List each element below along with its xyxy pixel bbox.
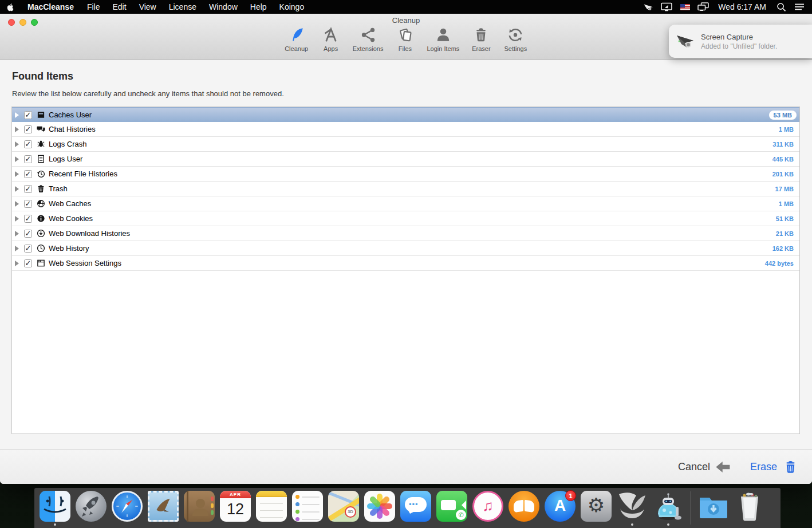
disclosure-triangle-icon[interactable] <box>15 141 19 147</box>
menu-item-license[interactable]: License <box>163 2 203 11</box>
toolbar-label: Login Items <box>427 45 459 52</box>
toolbar-item-settings[interactable]: Settings <box>503 26 528 52</box>
dock-item-calendar[interactable]: APR 12 <box>219 490 251 526</box>
item-size: 442 bytes <box>765 260 794 267</box>
toolbar-icon <box>507 26 524 44</box>
gear-icon: ⚙ <box>581 491 612 522</box>
app-menu-title[interactable]: MacCleanse <box>21 2 81 11</box>
dock-item-downloads-folder[interactable] <box>697 490 730 526</box>
item-checkbox[interactable]: ✓ <box>24 140 32 148</box>
item-size: 51 KB <box>776 215 794 222</box>
zoom-button[interactable] <box>31 19 38 26</box>
notification-title: Screen Capture <box>701 33 777 41</box>
notification-banner[interactable]: Screen Capture Added to "Unfiled" folder… <box>669 25 812 58</box>
menu-bar: MacCleanse FileEditViewLicenseWindowHelp… <box>0 0 812 14</box>
item-checkbox[interactable]: ✓ <box>24 185 32 193</box>
dock-item-app-store[interactable]: A1 <box>544 490 576 526</box>
us-flag-icon[interactable] <box>678 1 692 13</box>
toolbar-item-cleanup[interactable]: Cleanup <box>284 26 309 52</box>
display-cast-icon[interactable] <box>660 1 673 13</box>
dock-item-finder[interactable] <box>39 490 71 526</box>
close-button[interactable] <box>8 19 15 26</box>
item-checkbox[interactable]: ✓ <box>24 170 32 178</box>
list-item[interactable]: ✓ Web Session Settings 442 bytes <box>12 256 799 271</box>
list-item[interactable]: ✓ Logs Crash 311 KB <box>12 137 799 152</box>
disclosure-triangle-icon[interactable] <box>15 156 19 162</box>
item-checkbox[interactable]: ✓ <box>24 215 32 223</box>
item-checkbox[interactable]: ✓ <box>24 200 32 208</box>
toolbar-item-apps[interactable]: Apps <box>318 26 344 52</box>
toolbar-label: Settings <box>504 45 527 52</box>
toolbar-item-eraser[interactable]: Eraser <box>468 26 494 52</box>
list-item[interactable]: ✓ Web Caches 1 MB <box>12 196 799 211</box>
menu-item-koingo[interactable]: Koingo <box>273 2 311 11</box>
item-checkbox[interactable]: ✓ <box>24 155 32 163</box>
dock-item-ibooks[interactable] <box>508 490 540 526</box>
item-checkbox[interactable]: ✓ <box>24 259 32 267</box>
disclosure-triangle-icon[interactable] <box>15 231 19 237</box>
dock-item-photos[interactable] <box>364 490 396 526</box>
dock-item-facetime[interactable]: ✆ <box>436 490 468 526</box>
toolbar-label: Files <box>399 45 412 52</box>
menu-clock[interactable]: Wed 6:17 AM <box>715 2 770 11</box>
dock-item-maccleanse[interactable] <box>652 490 684 526</box>
menu-item-window[interactable]: Window <box>203 2 244 11</box>
dock-item-itunes[interactable]: ♫ <box>472 490 504 526</box>
facetime-phone-glyph: ✆ <box>456 510 466 520</box>
dock-item-reminders[interactable] <box>291 490 324 526</box>
calendar-month: APR <box>220 491 251 498</box>
disclosure-triangle-icon[interactable] <box>15 112 19 118</box>
disclosure-triangle-icon[interactable] <box>15 216 19 222</box>
list-item[interactable]: ✓ Trash 17 MB <box>12 182 799 196</box>
dock-item-system-preferences[interactable]: ⚙ <box>580 490 612 526</box>
erase-button[interactable]: Erase <box>750 459 798 475</box>
menu-item-file[interactable]: File <box>81 2 107 11</box>
notification-center-icon[interactable] <box>793 1 806 13</box>
cancel-button[interactable]: Cancel <box>678 461 731 473</box>
toolbar-label: Apps <box>324 45 338 52</box>
list-item[interactable]: ✓ Caches User 53 MB <box>12 107 799 122</box>
toolbar-item-files[interactable]: Files <box>392 26 417 52</box>
screen-sharing-icon[interactable] <box>696 1 710 13</box>
menu-item-help[interactable]: Help <box>244 2 273 11</box>
list-item[interactable]: ✓ Web History 162 KB <box>12 241 799 256</box>
list-item[interactable]: ✓ Web Download Histories 21 KB <box>12 226 799 241</box>
dock-item-trash[interactable] <box>734 490 766 526</box>
spotlight-search-icon[interactable] <box>774 1 788 13</box>
item-checkbox[interactable]: ✓ <box>24 245 32 253</box>
dock-item-screen-capture-app[interactable] <box>616 490 648 526</box>
dock-item-safari[interactable] <box>111 490 143 526</box>
screen-capture-bird-icon[interactable] <box>641 1 655 13</box>
minimize-button[interactable] <box>19 19 26 26</box>
dock-item-contacts[interactable] <box>183 490 215 526</box>
item-checkbox[interactable]: ✓ <box>24 230 32 238</box>
item-label: Logs Crash <box>49 140 86 148</box>
cancel-label: Cancel <box>678 461 710 473</box>
item-checkbox[interactable]: ✓ <box>24 111 32 119</box>
toolbar-item-extensions[interactable]: Extensions <box>353 26 384 52</box>
disclosure-triangle-icon[interactable] <box>15 261 19 266</box>
disclosure-triangle-icon[interactable] <box>15 186 19 192</box>
dock-item-messages[interactable] <box>400 490 432 526</box>
item-size: 201 KB <box>772 171 794 178</box>
list-item[interactable]: ✓ Recent File Histories 201 KB <box>12 167 799 182</box>
toolbar-item-login-items[interactable]: Login Items <box>427 26 459 52</box>
list-item[interactable]: ✓ Web Cookies 51 KB <box>12 211 799 226</box>
disclosure-triangle-icon[interactable] <box>15 201 19 207</box>
dock-item-launchpad[interactable] <box>75 490 107 526</box>
menu-item-edit[interactable]: Edit <box>107 2 133 11</box>
dock-item-notes[interactable] <box>255 490 287 526</box>
list-item[interactable]: ✓ Chat Histories 1 MB <box>12 122 799 137</box>
disclosure-triangle-icon[interactable] <box>15 127 19 132</box>
dock-item-maps[interactable]: 3D <box>328 490 360 526</box>
menu-item-view[interactable]: View <box>133 2 163 11</box>
item-type-icon <box>37 125 45 133</box>
apple-menu[interactable] <box>0 2 21 12</box>
disclosure-triangle-icon[interactable] <box>15 171 19 177</box>
disclosure-triangle-icon[interactable] <box>15 246 19 251</box>
list-item[interactable]: ✓ Logs User 445 KB <box>12 152 799 167</box>
item-size: 311 KB <box>772 141 794 148</box>
item-checkbox[interactable]: ✓ <box>24 125 32 133</box>
running-indicator <box>631 523 633 526</box>
dock-item-mail[interactable] <box>147 490 179 526</box>
